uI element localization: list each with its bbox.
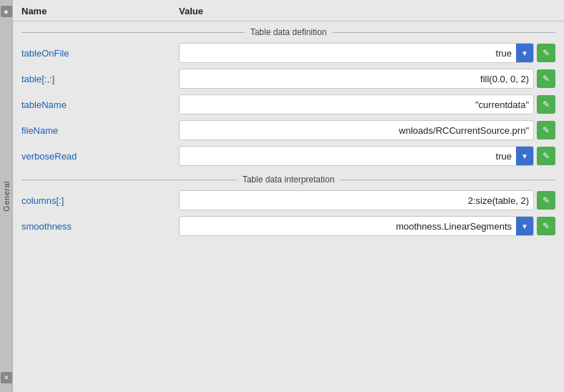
section-line-left (21, 32, 245, 33)
prop-name-smoothness[interactable]: smoothness (21, 221, 179, 232)
sidebar-icon-top[interactable]: ◈ (1, 6, 12, 17)
table-header: Name Value (13, 0, 564, 21)
property-row-tableName: tableName "currentdata" ✎ (13, 92, 564, 117)
prop-value-area-tableOnFile: true ▼ ✎ (179, 43, 555, 63)
edit-btn-tableOnFile[interactable]: ✎ (537, 44, 555, 62)
prop-value-area-table: fill(0.0, 0, 2) ✎ (179, 69, 555, 89)
section-header-table-data-interpretation: Table data interpretation (13, 169, 564, 187)
value-text-verboseRead: true (180, 151, 516, 162)
value-text-table: fill(0.0, 0, 2) (480, 74, 529, 84)
value-field-verboseRead[interactable]: true ▼ (179, 146, 534, 166)
column-name-header: Name (21, 6, 179, 16)
value-field-tableOnFile[interactable]: true ▼ (179, 43, 534, 63)
edit-icon-tableOnFile: ✎ (543, 48, 550, 58)
prop-name-verboseRead[interactable]: verboseRead (21, 151, 179, 162)
property-row-smoothness: smoothness moothness.LinearSegments ▼ ✎ (13, 213, 564, 239)
sidebar-label: General (2, 181, 11, 212)
dropdown-btn-verboseRead[interactable]: ▼ (516, 147, 533, 165)
prop-name-tableName[interactable]: tableName (21, 99, 179, 110)
section-title-2: Table data interpretation (243, 175, 335, 185)
sidebar-icon-bottom1[interactable]: ✕ (1, 372, 12, 383)
value-text-columns: 2:size(table, 2) (468, 195, 529, 206)
value-field-tableName[interactable]: "currentdata" (179, 94, 534, 114)
prop-name-columns[interactable]: columns[:] (21, 195, 179, 206)
prop-value-area-smoothness: moothness.LinearSegments ▼ ✎ (179, 216, 555, 236)
edit-icon-tableName: ✎ (543, 99, 550, 109)
section-line-right-2 (340, 180, 555, 180)
value-text-tableName: "currentdata" (475, 99, 529, 110)
property-row-verboseRead: verboseRead true ▼ ✎ (13, 143, 564, 169)
edit-icon-fileName: ✎ (543, 125, 550, 135)
prop-value-area-columns: 2:size(table, 2) ✎ (179, 190, 555, 210)
property-row-columns: columns[:] 2:size(table, 2) ✎ (13, 187, 564, 213)
dropdown-btn-smoothness[interactable]: ▼ (516, 217, 533, 235)
edit-btn-table[interactable]: ✎ (537, 69, 555, 88)
dropdown-btn-tableOnFile[interactable]: ▼ (516, 44, 533, 62)
prop-value-area-tableName: "currentdata" ✎ (179, 94, 555, 114)
dropdown-arrow-tableOnFile: ▼ (521, 49, 528, 57)
value-text-smoothness: moothness.LinearSegments (180, 221, 516, 232)
property-row-fileName: fileName wnloads/RCCurrentSource.prn" ✎ (13, 117, 564, 143)
dropdown-arrow-verboseRead: ▼ (521, 152, 528, 160)
value-field-smoothness[interactable]: moothness.LinearSegments ▼ (179, 216, 534, 236)
edit-icon-verboseRead: ✎ (543, 151, 550, 161)
edit-btn-columns[interactable]: ✎ (537, 191, 555, 210)
prop-name-tableOnFile[interactable]: tableOnFile (21, 48, 179, 59)
dropdown-arrow-smoothness: ▼ (521, 222, 528, 230)
value-field-table[interactable]: fill(0.0, 0, 2) (179, 69, 534, 89)
property-row-table: table[:,:] fill(0.0, 0, 2) ✎ (13, 66, 564, 92)
edit-icon-columns: ✎ (543, 195, 550, 205)
prop-name-fileName[interactable]: fileName (21, 125, 179, 136)
prop-name-table[interactable]: table[:,:] (21, 74, 179, 84)
edit-icon-table: ✎ (543, 74, 550, 84)
value-field-columns[interactable]: 2:size(table, 2) (179, 190, 534, 210)
section-line-left-2 (21, 180, 237, 180)
section-title-1: Table data definition (251, 27, 327, 37)
section-line-right (332, 32, 555, 33)
section-header-table-data-definition: Table data definition (13, 21, 564, 40)
property-row-tableOnFile: tableOnFile true ▼ ✎ (13, 40, 564, 66)
value-field-fileName[interactable]: wnloads/RCCurrentSource.prn" (179, 120, 534, 140)
edit-icon-smoothness: ✎ (543, 221, 550, 231)
prop-value-area-fileName: wnloads/RCCurrentSource.prn" ✎ (179, 120, 555, 140)
sidebar: ◈ General ✕ (0, 0, 13, 392)
edit-btn-fileName[interactable]: ✎ (537, 121, 555, 139)
edit-btn-tableName[interactable]: ✎ (537, 95, 555, 114)
value-text-fileName: wnloads/RCCurrentSource.prn" (399, 125, 529, 136)
column-value-header: Value (179, 6, 555, 16)
prop-value-area-verboseRead: true ▼ ✎ (179, 146, 555, 166)
main-content: Name Value Table data definition tableOn… (13, 0, 564, 392)
edit-btn-smoothness[interactable]: ✎ (537, 217, 555, 235)
edit-btn-verboseRead[interactable]: ✎ (537, 147, 555, 165)
value-text-tableOnFile: true (180, 48, 516, 59)
